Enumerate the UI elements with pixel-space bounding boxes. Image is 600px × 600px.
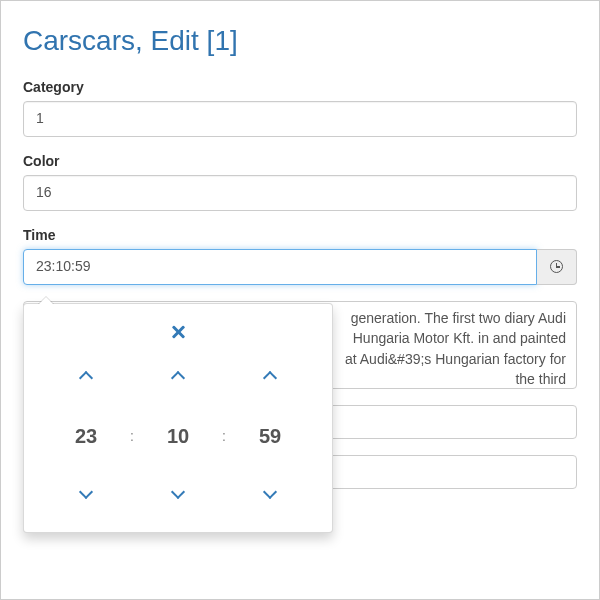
- seconds-value[interactable]: 59: [259, 425, 281, 448]
- chevron-up-icon: [263, 370, 277, 384]
- minutes-down-button[interactable]: [173, 487, 183, 504]
- separator: :: [123, 428, 141, 444]
- edit-form-panel: Carscars, Edit [1] Category Color Time g…: [0, 0, 600, 600]
- close-icon[interactable]: [171, 325, 185, 339]
- hours-down-button[interactable]: [81, 487, 91, 504]
- field-category: Category: [23, 79, 577, 137]
- chevron-down-icon: [79, 484, 93, 498]
- chevron-down-icon: [171, 484, 185, 498]
- seconds-up-button[interactable]: [265, 369, 275, 386]
- minutes-value[interactable]: 10: [167, 425, 189, 448]
- time-input-group: [23, 249, 577, 285]
- label-time: Time: [23, 227, 577, 243]
- hours-value[interactable]: 23: [75, 425, 97, 448]
- time-picker-decrement-row: [29, 468, 327, 522]
- input-time[interactable]: [23, 249, 537, 285]
- clock-icon: [550, 260, 563, 273]
- hours-up-button[interactable]: [81, 369, 91, 386]
- chevron-down-icon: [263, 484, 277, 498]
- minutes-up-button[interactable]: [173, 369, 183, 386]
- chevron-up-icon: [171, 370, 185, 384]
- label-category: Category: [23, 79, 577, 95]
- chevron-up-icon: [79, 370, 93, 384]
- separator: :: [215, 428, 233, 444]
- field-color: Color: [23, 153, 577, 211]
- time-picker-toggle[interactable]: [537, 249, 577, 285]
- input-category[interactable]: [23, 101, 577, 137]
- input-color[interactable]: [23, 175, 577, 211]
- seconds-down-button[interactable]: [265, 487, 275, 504]
- field-time: Time: [23, 227, 577, 285]
- time-picker-popup: 23 : 10 : 59: [23, 303, 333, 533]
- time-picker-value-row: 23 : 10 : 59: [29, 404, 327, 468]
- label-color: Color: [23, 153, 577, 169]
- page-title: Carscars, Edit [1]: [23, 25, 577, 57]
- time-picker-increment-row: [29, 350, 327, 404]
